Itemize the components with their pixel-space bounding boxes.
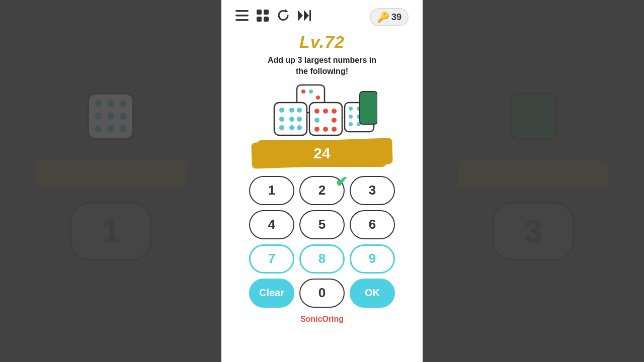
svg-point-52	[349, 122, 353, 126]
toolbar: 🔑 39	[231, 6, 413, 28]
svg-rect-15	[264, 10, 269, 15]
svg-marker-18	[285, 9, 288, 12]
zero-button[interactable]: 0	[299, 279, 345, 308]
dice-area	[267, 82, 377, 138]
svg-point-46	[332, 127, 337, 132]
svg-point-41	[332, 109, 337, 114]
menu-icon[interactable]	[235, 10, 249, 24]
answer-display: 24	[257, 140, 387, 167]
svg-rect-13	[235, 19, 249, 21]
svg-point-44	[314, 127, 319, 132]
num-btn-1[interactable]: 1	[249, 176, 294, 205]
svg-point-50	[349, 115, 353, 119]
svg-point-33	[289, 117, 294, 122]
ok-button[interactable]: OK	[350, 279, 395, 308]
level-title: Lv.72	[299, 32, 345, 52]
num-btn-7[interactable]: 7	[249, 244, 294, 274]
bg-right-overlay	[423, 0, 644, 362]
num-btn-4[interactable]: 4	[249, 210, 294, 239]
svg-point-25	[316, 96, 320, 100]
num-btn-3[interactable]: 3	[350, 176, 395, 205]
svg-rect-21	[309, 10, 311, 21]
dice-illustration	[267, 82, 377, 138]
branding-text: SonicOring	[300, 315, 344, 324]
svg-point-24	[309, 89, 313, 94]
svg-rect-11	[235, 10, 249, 12]
svg-point-42	[314, 118, 319, 123]
svg-point-40	[323, 109, 328, 114]
svg-marker-19	[298, 10, 303, 21]
clear-button[interactable]: Clear	[249, 279, 294, 308]
main-panel: 🔑 39 Lv.72 Add up 3 largest numbers inth…	[221, 0, 423, 362]
svg-point-34	[297, 117, 302, 122]
num-btn-6[interactable]: 6	[350, 210, 395, 239]
answer-value: 24	[313, 145, 330, 161]
svg-rect-17	[264, 17, 269, 22]
grid-icon[interactable]	[257, 10, 269, 25]
checkmark-icon: ✔	[335, 173, 348, 191]
toolbar-left	[235, 9, 311, 25]
svg-point-36	[289, 125, 294, 130]
svg-point-32	[279, 117, 284, 122]
svg-point-45	[323, 127, 328, 132]
svg-point-39	[314, 109, 319, 114]
instruction-text: Add up 3 largest numbers inthe following…	[268, 55, 376, 77]
svg-point-48	[349, 107, 353, 111]
refresh-icon[interactable]	[277, 9, 290, 25]
num-btn-2[interactable]: 2 ✔	[299, 176, 345, 205]
key-icon: 🔑	[377, 11, 389, 23]
bg-left-overlay	[0, 0, 221, 362]
num-btn-5[interactable]: 5	[299, 210, 345, 239]
fast-forward-icon[interactable]	[298, 10, 311, 24]
svg-rect-12	[235, 15, 249, 17]
keys-count: 39	[391, 12, 401, 23]
svg-point-23	[301, 89, 305, 94]
svg-point-29	[279, 108, 284, 113]
svg-point-37	[297, 125, 302, 130]
bottom-row: Clear 0 OK	[249, 279, 395, 308]
key-badge[interactable]: 🔑 39	[370, 8, 409, 26]
svg-rect-54	[360, 92, 377, 124]
svg-rect-14	[257, 10, 262, 15]
svg-point-35	[279, 125, 284, 130]
svg-point-30	[289, 108, 294, 113]
screen-container: 1 3	[0, 0, 644, 362]
svg-point-31	[297, 108, 302, 113]
number-grid: 1 2 ✔ 3 4 5 6 7 8	[249, 176, 395, 274]
svg-rect-16	[257, 17, 262, 22]
svg-marker-20	[304, 10, 309, 21]
svg-point-43	[332, 118, 337, 123]
num-btn-9[interactable]: 9	[350, 244, 395, 274]
num-btn-8[interactable]: 8	[299, 244, 345, 274]
